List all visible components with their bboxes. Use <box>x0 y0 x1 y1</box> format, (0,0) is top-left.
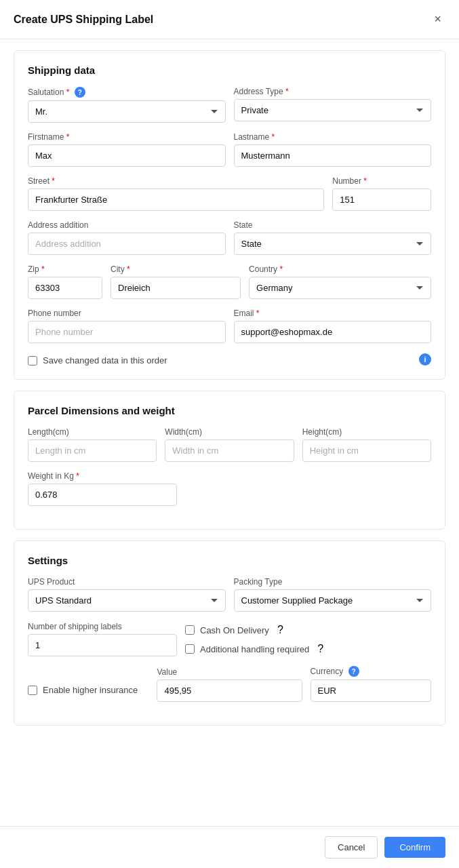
country-label: Country * <box>249 264 431 274</box>
value-input[interactable] <box>157 679 302 702</box>
height-group: Height(cm) <box>302 427 431 462</box>
street-group: Street * <box>28 176 324 211</box>
packing-type-group: Packing Type Customer Supplied Package U… <box>234 577 432 612</box>
value-label: Value <box>157 667 302 677</box>
dimensions-row: Length(cm) Width(cm) Height(cm) <box>28 427 431 462</box>
ups-packing-row: UPS Product UPS Standard UPS Express UPS… <box>28 577 431 612</box>
street-number-row: Street * Number * <box>28 176 431 211</box>
salutation-addresstype-row: Salutation * ? Mr. Mrs. Ms. Dr. Address … <box>28 87 431 123</box>
shipping-section: Shipping data Salutation * ? Mr. Mrs. Ms… <box>14 50 445 380</box>
insurance-checkbox-row: Enable higher insurance <box>28 685 148 695</box>
number-label: Number * <box>332 176 431 186</box>
close-button[interactable]: × <box>430 11 445 28</box>
lastname-group: Lastname * <box>234 132 432 167</box>
city-input[interactable] <box>111 277 241 299</box>
state-select[interactable]: State <box>234 233 432 255</box>
weight-label: Weight in Kg * <box>28 471 177 481</box>
zip-group: Zip * <box>28 264 102 299</box>
save-label: Save changed data in this order <box>43 355 167 366</box>
number-input[interactable] <box>332 189 431 211</box>
ups-product-label: UPS Product <box>28 577 226 587</box>
height-input[interactable] <box>302 439 431 462</box>
phone-input[interactable] <box>28 321 226 343</box>
confirm-button[interactable]: Confirm <box>384 837 445 858</box>
packing-type-select[interactable]: Customer Supplied Package UPS Letter UPS… <box>234 589 432 612</box>
insurance-value-currency-row: Enable higher insurance Value Currency ? <box>28 666 431 702</box>
city-group: City * <box>111 264 241 299</box>
cash-on-delivery-checkbox[interactable] <box>185 625 195 635</box>
shipping-section-title: Shipping data <box>28 64 431 76</box>
num-labels-label: Number of shipping labels <box>28 622 177 631</box>
email-input[interactable] <box>234 321 432 343</box>
additional-handling-checkbox[interactable] <box>185 644 195 654</box>
street-label: Street * <box>28 176 324 186</box>
email-group: Email * <box>234 309 432 343</box>
address-type-group: Address Type * Private Business <box>234 87 432 123</box>
address-addition-input[interactable] <box>28 233 226 255</box>
currency-help-icon[interactable]: ? <box>348 666 359 677</box>
state-group: State State <box>234 220 432 255</box>
email-label: Email * <box>234 309 432 318</box>
salutation-group: Salutation * ? Mr. Mrs. Ms. Dr. <box>28 87 226 123</box>
address-type-label: Address Type * <box>234 87 432 96</box>
save-checkbox-row: Save changed data in this order <box>28 355 167 366</box>
salutation-select[interactable]: Mr. Mrs. Ms. Dr. <box>28 100 226 123</box>
street-input[interactable] <box>28 189 324 211</box>
parcel-section: Parcel Dimensions and weight Length(cm) … <box>14 391 445 530</box>
save-info-icon[interactable]: i <box>419 353 431 366</box>
cash-on-delivery-help-icon[interactable]: ? <box>277 624 283 636</box>
firstname-input[interactable] <box>28 144 226 167</box>
width-label: Width(cm) <box>165 427 294 437</box>
zip-input[interactable] <box>28 277 102 299</box>
modal-title: Create UPS Shipping Label <box>14 14 153 26</box>
parcel-section-title: Parcel Dimensions and weight <box>28 405 431 416</box>
lastname-input[interactable] <box>234 144 432 167</box>
currency-group: Currency ? <box>311 666 431 702</box>
length-group: Length(cm) <box>28 427 157 462</box>
modal-body: Shipping data Salutation * ? Mr. Mrs. Ms… <box>0 39 459 826</box>
ups-product-select[interactable]: UPS Standard UPS Express UPS Express Sav… <box>28 589 226 612</box>
width-input[interactable] <box>165 439 294 462</box>
phone-label: Phone number <box>28 309 226 318</box>
insurance-label: Enable higher insurance <box>43 685 138 695</box>
lastname-label: Lastname * <box>234 132 432 142</box>
salutation-help-icon[interactable]: ? <box>75 87 85 98</box>
length-input[interactable] <box>28 439 157 462</box>
length-label: Length(cm) <box>28 427 157 437</box>
checkboxes-group: Cash On Delivery ? Additional handling r… <box>185 621 431 656</box>
country-group: Country * Germany Austria Switzerland Un… <box>249 264 431 299</box>
currency-input[interactable] <box>311 679 431 702</box>
salutation-label: Salutation * ? <box>28 87 226 98</box>
address-type-required: * <box>285 87 289 96</box>
modal-container: Create UPS Shipping Label × Shipping dat… <box>0 0 459 868</box>
save-row: Save changed data in this order i <box>28 353 431 366</box>
address-type-select[interactable]: Private Business <box>234 99 432 121</box>
settings-section: Settings UPS Product UPS Standard UPS Ex… <box>14 540 445 726</box>
additional-handling-row: Additional handling required ? <box>185 643 431 655</box>
insurance-checkbox[interactable] <box>28 686 37 695</box>
name-row: Firstname * Lastname * <box>28 132 431 167</box>
save-checkbox[interactable] <box>28 356 37 366</box>
value-group: Value <box>157 667 302 702</box>
weight-input[interactable] <box>28 484 177 506</box>
modal-header: Create UPS Shipping Label × <box>0 0 459 39</box>
address-addition-label: Address addition <box>28 220 226 230</box>
labels-checkboxes-row: Number of shipping labels Cash On Delive… <box>28 621 431 656</box>
salutation-required: * <box>66 87 70 97</box>
cash-on-delivery-row: Cash On Delivery ? <box>185 624 431 636</box>
num-labels-input[interactable] <box>28 634 177 656</box>
zip-label: Zip * <box>28 264 102 274</box>
phone-group: Phone number <box>28 309 226 343</box>
packing-type-label: Packing Type <box>234 577 432 587</box>
ups-product-group: UPS Product UPS Standard UPS Express UPS… <box>28 577 226 612</box>
weight-row: Weight in Kg * <box>28 471 431 506</box>
state-label: State <box>234 220 432 230</box>
additional-handling-help-icon[interactable]: ? <box>317 643 323 655</box>
weight-group: Weight in Kg * <box>28 471 177 506</box>
cash-on-delivery-label: Cash On Delivery <box>200 625 269 635</box>
zip-city-country-row: Zip * City * Country * <box>28 264 431 299</box>
country-select[interactable]: Germany Austria Switzerland United State… <box>249 277 431 299</box>
cancel-button[interactable]: Cancel <box>325 836 378 859</box>
additional-handling-label: Additional handling required <box>200 644 309 654</box>
currency-label: Currency ? <box>311 666 431 677</box>
